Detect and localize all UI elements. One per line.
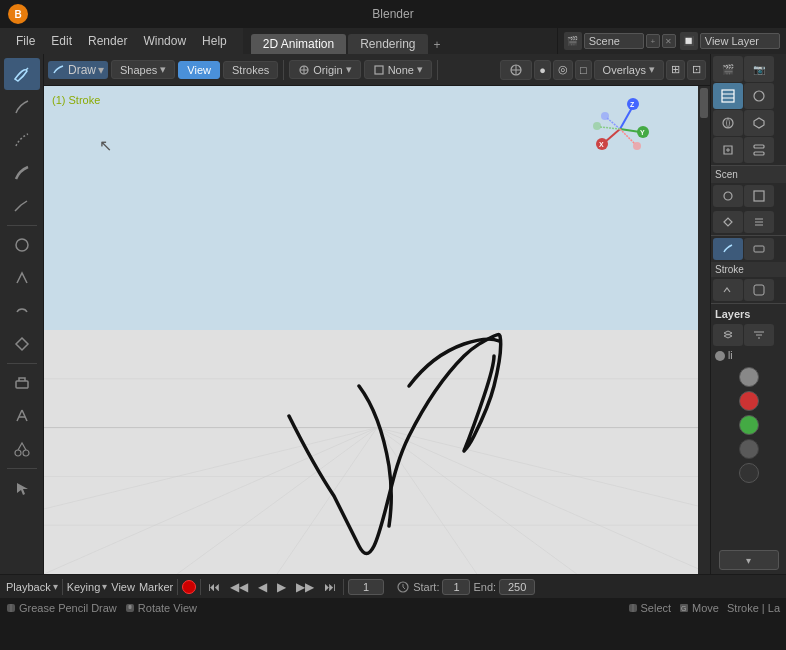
scene-add[interactable]: +: [646, 34, 660, 48]
scene-btn-3[interactable]: [713, 211, 743, 233]
cursor: ↖: [99, 136, 111, 148]
stroke-btn-2[interactable]: [744, 238, 774, 260]
color-circle-4[interactable]: [739, 439, 759, 459]
tool-3[interactable]: [4, 124, 40, 156]
prop-modifier-icon[interactable]: [713, 137, 743, 163]
shading-btn-1[interactable]: ●: [534, 60, 551, 80]
skip-end-btn[interactable]: ⏭: [321, 578, 339, 596]
stroke-btn-1[interactable]: [713, 238, 743, 260]
menu-edit[interactable]: Edit: [43, 32, 80, 50]
playback-dropdown[interactable]: Playback ▾: [6, 581, 58, 593]
prop-scene-icon[interactable]: 🎬: [713, 56, 743, 82]
prop-render-icon[interactable]: 📷: [744, 56, 774, 82]
origin-btn[interactable]: Origin ▾: [289, 60, 360, 79]
tool-draw[interactable]: [4, 58, 40, 90]
move-status: G Move: [679, 602, 719, 614]
extra-btn-2[interactable]: ⊡: [687, 60, 706, 80]
extra-btn-1[interactable]: ⊞: [666, 60, 685, 80]
scene-btn-2[interactable]: [744, 185, 774, 207]
prop-view-icon[interactable]: [713, 83, 743, 109]
none-btn[interactable]: None ▾: [364, 60, 432, 79]
tool-erase[interactable]: [4, 367, 40, 399]
mode-label: Draw: [68, 63, 96, 77]
prop-data-icon[interactable]: [744, 137, 774, 163]
skip-start-btn[interactable]: ⏮: [205, 578, 223, 596]
mode-selector[interactable]: Draw ▾: [48, 61, 108, 79]
keying-dropdown[interactable]: Keying ▾: [67, 581, 108, 593]
end-val[interactable]: 250: [499, 579, 535, 595]
strokes-btn[interactable]: Strokes: [223, 61, 278, 79]
svg-point-33: [593, 122, 601, 130]
tool-5[interactable]: [4, 190, 40, 222]
color-circle-3[interactable]: [739, 415, 759, 435]
color-circle-2[interactable]: [739, 391, 759, 411]
shading-btn-2[interactable]: ◎: [553, 60, 573, 80]
overlays-label: Overlays: [603, 64, 646, 76]
add-panel-btn[interactable]: ▾: [711, 546, 786, 574]
tool-2[interactable]: [4, 91, 40, 123]
scene-btn-1[interactable]: [713, 185, 743, 207]
overlays-btn[interactable]: Overlays ▾: [594, 60, 664, 80]
scene-select[interactable]: Scene: [584, 33, 644, 49]
prop-scene2-icon[interactable]: [744, 83, 774, 109]
tool-separator-3: [7, 468, 37, 469]
prev-btn[interactable]: ◀: [255, 578, 270, 596]
tool-7[interactable]: [4, 262, 40, 294]
tool-select[interactable]: [4, 472, 40, 504]
shapes-btn[interactable]: Shapes ▾: [111, 60, 175, 79]
frame-number[interactable]: 1: [348, 579, 384, 595]
record-button[interactable]: [182, 580, 196, 594]
scene-remove[interactable]: ✕: [662, 34, 676, 48]
tool-9[interactable]: [4, 328, 40, 360]
prop-world-icon[interactable]: [713, 110, 743, 136]
tb-sep-2: [437, 60, 438, 80]
menu-render[interactable]: Render: [80, 32, 135, 50]
tool-4[interactable]: [4, 157, 40, 189]
menu-help[interactable]: Help: [194, 32, 235, 50]
prop-obj-icon[interactable]: [744, 110, 774, 136]
none-label: None: [388, 64, 414, 76]
right-panel: 🎬 📷: [710, 54, 786, 574]
layers-btn-1[interactable]: [713, 324, 743, 346]
shading-btn-3[interactable]: □: [575, 60, 592, 80]
start-val[interactable]: 1: [442, 579, 470, 595]
scroll-thumb[interactable]: [700, 88, 708, 118]
svg-point-38: [723, 118, 733, 128]
tl-marker[interactable]: Marker: [139, 581, 173, 593]
next-btn[interactable]: ▶▶: [293, 578, 317, 596]
scene-btn-4[interactable]: [744, 211, 774, 233]
tool-cut[interactable]: [4, 433, 40, 465]
stroke-btn-3[interactable]: [713, 279, 743, 301]
tab-2d-animation[interactable]: 2D Animation: [251, 34, 346, 54]
tab-add-button[interactable]: +: [428, 36, 447, 54]
layer-item-1[interactable]: li: [711, 348, 786, 363]
tool-8[interactable]: [4, 295, 40, 327]
tab-rendering[interactable]: Rendering: [348, 34, 427, 54]
color-circle-5[interactable]: [739, 463, 759, 483]
blender-logo: B: [8, 4, 28, 24]
mode-chevron: ▾: [98, 63, 104, 77]
prev-frame-btn[interactable]: ◀◀: [227, 578, 251, 596]
viewport-scrollbar[interactable]: [698, 86, 710, 574]
viewlayer-select[interactable]: View Layer: [700, 33, 780, 49]
app-title: Blender: [372, 7, 413, 21]
titlebar: B Blender: [0, 0, 786, 28]
stroke-btn-4[interactable]: [744, 279, 774, 301]
menu-file[interactable]: File: [8, 32, 43, 50]
tool-fill[interactable]: [4, 400, 40, 432]
viewport[interactable]: (1) Stroke ↖ Z: [44, 86, 710, 574]
layers-btn-2[interactable]: [744, 324, 774, 346]
menu-window[interactable]: Window: [135, 32, 194, 50]
tool-6[interactable]: [4, 229, 40, 261]
navigation-gizmo[interactable]: Z Y X: [585, 94, 655, 164]
viewport-mode-btn[interactable]: [500, 60, 532, 80]
view-btn[interactable]: View: [178, 61, 220, 79]
add-btn-label[interactable]: ▾: [719, 550, 779, 570]
tl-view[interactable]: View: [111, 581, 135, 593]
color-circle-1[interactable]: [739, 367, 759, 387]
scene-buttons: [711, 183, 786, 209]
tl-sep-1: [62, 579, 63, 595]
g-icon: G: [679, 603, 689, 613]
top-toolbar: Draw ▾ Shapes ▾ View Strokes Origin ▾ No…: [44, 54, 710, 86]
play-btn[interactable]: ▶: [274, 578, 289, 596]
